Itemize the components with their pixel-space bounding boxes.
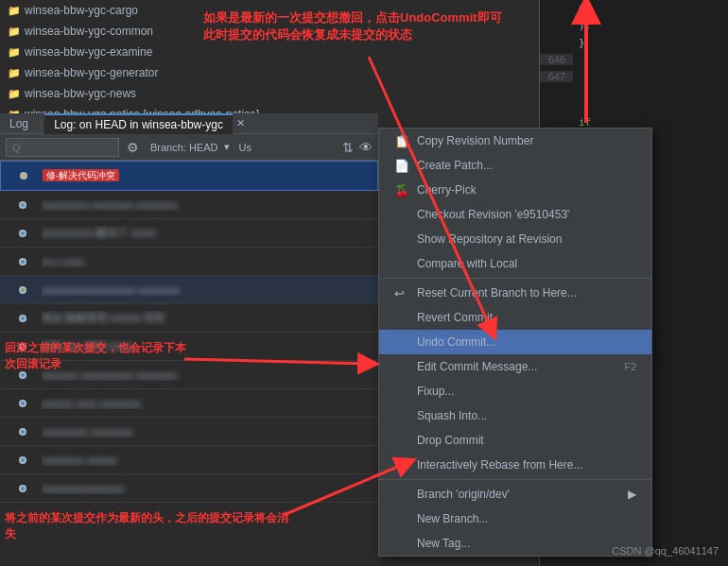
commit-message: xxxxxxxxx xxxxxxxx xxxxxxxx [42, 199, 374, 211]
folder-icon: 📁 [8, 5, 21, 17]
commit-dot [19, 201, 26, 209]
commit-dot [19, 485, 26, 492]
menu-separator [379, 479, 651, 480]
code-line: 647 [540, 68, 728, 85]
graph-col [4, 485, 42, 492]
menu-item-compare-local[interactable]: Compare with Local [379, 251, 651, 276]
table-row[interactable]: xxxxxx xxxx xxxxxxxx [0, 389, 378, 418]
sort-icon[interactable]: ⇅ [342, 140, 354, 155]
table-row[interactable]: xxxxxxxxx xxxxxxxx xxxxxxxx [0, 191, 378, 219]
menu-item-new-branch[interactable]: New Branch... [379, 506, 651, 531]
folder-icon: 📁 [8, 67, 21, 79]
commit-info: xxxxxxxxxxxxxxxxxx xxxxxxxx [42, 284, 374, 296]
menu-item-cherry-pick[interactable]: 🍒 Cherry-Pick [379, 178, 651, 202]
graph-col [4, 286, 42, 294]
log-tabs: Log | Log: on HEAD in winsea-bbw-ygc ✕ [0, 113, 378, 134]
patch-icon: 📄 [394, 159, 409, 173]
reset-icon: ↩ [394, 286, 409, 300]
code-line: Co [540, 0, 728, 17]
commit-dot [19, 286, 26, 294]
commit-dot [19, 230, 26, 237]
file-item-label: winsea-bbw-ygc-generator [25, 66, 158, 79]
graph-col [4, 400, 42, 407]
commit-message: 修-解决代码冲突 [43, 169, 373, 182]
menu-item-copy-revision[interactable]: 📋 Copy Revision Number [379, 129, 651, 153]
file-item-label: winsea-bbw-ygc-news [25, 87, 136, 100]
table-row[interactable]: xx-x xxxx [0, 248, 378, 276]
menu-item-checkout-revision[interactable]: Checkout Revision 'e9510453' [379, 202, 651, 227]
menu-item-branch-origin[interactable]: Branch 'origin/dev' ▶ [379, 482, 651, 506]
cherry-pick-icon: 🍒 [394, 183, 409, 197]
submenu-arrow-icon: ▶ [628, 488, 636, 501]
commit-message: xxxxxxxx xxxxxx [42, 455, 374, 466]
commit-info: xxxxxxxxxx 解决了 xxxxx [42, 226, 374, 240]
menu-item-fixup[interactable]: Fixup... [379, 379, 651, 403]
table-row[interactable]: xxxxxxxxxxxxxxxx [0, 474, 378, 503]
shortcut-label: F2 [624, 361, 636, 372]
file-item-label: winsea-bbw-ygc-examine [25, 45, 152, 59]
user-label: Us [239, 142, 251, 153]
menu-item-undo-commit[interactable]: Undo Commit... [379, 330, 651, 354]
table-row[interactable]: xxxxxxx xxxxxxxxxx xxxxxxxx [0, 361, 378, 389]
commit-message: xxxxxxxxx xxxxxxxx [42, 426, 374, 437]
settings-icon[interactable]: ⚙ [125, 138, 141, 157]
menu-item-reset-branch[interactable]: ↩ Reset Current Branch to Here... [379, 281, 651, 305]
commit-dot [20, 172, 27, 180]
menu-item-create-patch[interactable]: 📄 Create Patch... [379, 153, 651, 178]
file-item[interactable]: 📁 winsea-bbw-ygc-examine [0, 42, 378, 62]
commit-message: xxxxxxxxxxxxxxxxxx xxxxxxxx [42, 284, 374, 296]
commit-info: xxxxxxxx xxxxxx [42, 455, 374, 466]
code-line: } [540, 34, 728, 51]
commit-dot [19, 428, 26, 436]
commit-dot [19, 343, 26, 351]
commit-dot [19, 456, 26, 464]
file-item-label: winsea-bbw-ygc-cargo [25, 4, 138, 17]
table-row[interactable]: 海运 船舶管理 xxxxxx 管理 [0, 304, 378, 333]
file-item[interactable]: 📁 winsea-bbw-ygc-news [0, 83, 378, 104]
file-item[interactable]: 📁 winsea-bbw-ygc-common [0, 21, 378, 42]
commit-dot [19, 315, 26, 322]
menu-item-show-repo[interactable]: Show Repository at Revision [379, 227, 651, 251]
commit-info: xxxxxxxxxxxxxxxx [42, 483, 374, 494]
file-item[interactable]: 📁 winsea-bbw-ygc-cargo [0, 0, 378, 21]
commit-message: xxxxxxxxxxxxxxxx [42, 483, 374, 494]
commit-info: xxxxxxx xxxxxxxxxx xxxxxxxx [42, 369, 374, 381]
branch-label: Branch: HEAD [150, 142, 218, 153]
commit-info: 定时 xxx 定时 xxxxx [42, 339, 374, 353]
graph-col [4, 371, 42, 379]
menu-item-squash-into[interactable]: Squash Into... [379, 403, 651, 428]
commit-message: xxxxxxx xxxxxxxxxx xxxxxxxx [42, 369, 374, 381]
menu-item-edit-commit-message[interactable]: Edit Commit Message... F2 [379, 354, 651, 379]
code-line: ); [540, 17, 728, 34]
folder-icon: 📁 [8, 26, 21, 38]
graph-col [4, 258, 42, 266]
menu-item-interactive-rebase[interactable]: Interactively Rebase from Here... [379, 453, 651, 477]
table-row[interactable]: xxxxxxxxxx 解决了 xxxxx [0, 219, 378, 248]
commit-message: 海运 船舶管理 xxxxxx 管理 [42, 311, 374, 325]
tab-log[interactable]: Log [0, 113, 38, 134]
commit-dot [19, 371, 26, 379]
commit-tag: 修-解决代码冲突 [43, 169, 119, 181]
file-item[interactable]: 📁 winsea-bbw-ygc-generator [0, 62, 378, 83]
table-row[interactable]: xxxxxxxxx xxxxxxxx [0, 418, 378, 446]
commit-message: xxxxxxxxxx 解决了 xxxxx [42, 226, 374, 240]
menu-item-new-tag[interactable]: New Tag... [379, 531, 651, 556]
watermark: CSDN @qq_46041147 [612, 545, 719, 557]
table-row[interactable]: xxxxxxxx xxxxxx [0, 446, 378, 474]
folder-icon: 📁 [8, 46, 21, 59]
commit-dot [19, 258, 26, 266]
tab-log-active[interactable]: Log: on HEAD in winsea-bbw-ygc [44, 113, 233, 134]
commit-info: xxxxxxxxx xxxxxxxx xxxxxxxx [42, 199, 374, 211]
eye-icon[interactable]: 👁 [359, 140, 373, 155]
table-row[interactable]: xxxxxxxxxxxxxxxxxx xxxxxxxx [0, 276, 378, 304]
copy-icon: 📋 [394, 134, 409, 148]
folder-icon: 📁 [8, 88, 21, 100]
table-row[interactable]: 修-解决代码冲突 [0, 161, 378, 191]
commit-message: 定时 xxx 定时 xxxxx [42, 339, 374, 353]
table-row[interactable]: 定时 xxx 定时 xxxxx [0, 333, 378, 361]
menu-item-drop-commit[interactable]: Drop Commit [379, 428, 651, 453]
search-input[interactable] [6, 138, 119, 157]
graph-col [4, 343, 42, 351]
menu-item-revert-commit[interactable]: Revert Commit [379, 305, 651, 330]
menu-separator [379, 278, 651, 279]
